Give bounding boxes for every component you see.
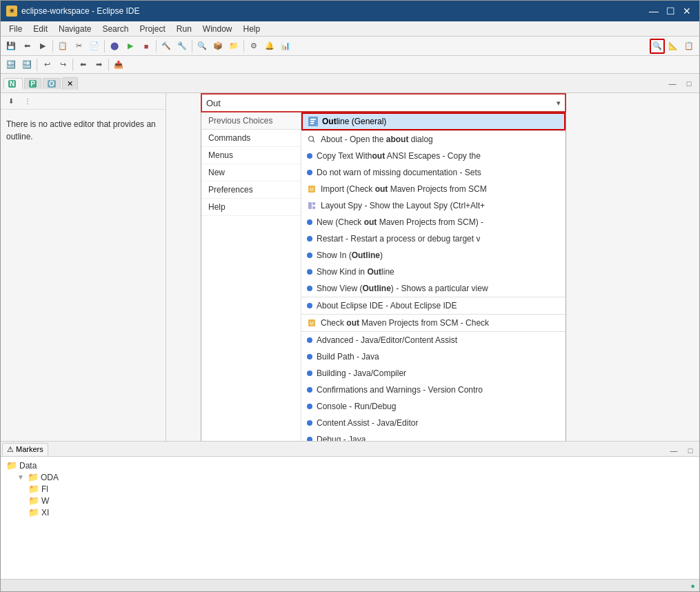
result-layout-spy[interactable]: Layout Spy - Show the Layout Spy (Ctrl+A… [301, 197, 566, 214]
menu-help[interactable]: Help [238, 23, 266, 35]
panel-minimize-btn[interactable]: — [665, 76, 680, 91]
category-preferences[interactable]: Preferences [201, 181, 301, 199]
toolbar-btn-perspective2[interactable]: 📋 [681, 39, 697, 54]
panel-icon-1[interactable]: ⬇ [3, 94, 19, 109]
toolbar-btn-6[interactable]: 📄 [87, 39, 102, 54]
toolbar-btn-ext1[interactable]: 🔍 [194, 39, 210, 54]
toolbar-btn-2[interactable]: ⬅ [19, 39, 34, 54]
blue-dot-icon-3 [307, 219, 312, 225]
toolbar-btn-run[interactable]: ▶ [123, 39, 138, 54]
toolbar2-btn-7[interactable]: 📤 [111, 57, 126, 72]
tab-icon-o: O [48, 80, 56, 88]
result-building[interactable]: Building - Java/Compiler [301, 365, 566, 382]
svg-line-4 [313, 141, 315, 143]
result-new-maven[interactable]: New (Check out Maven Projects from SCM) … [301, 214, 566, 230]
result-restart[interactable]: Restart - Restart a process or debug tar… [301, 230, 566, 247]
toolbar2-btn-3[interactable]: ↩ [39, 57, 54, 72]
blue-dot-icon-13 [307, 404, 312, 409]
previous-choice-selected-item[interactable]: Outline (General) [301, 112, 566, 130]
quick-access-dropdown-arrow-icon[interactable]: ▾ [552, 99, 565, 108]
category-help[interactable]: Help [201, 199, 301, 216]
svg-rect-2 [310, 123, 314, 124]
category-commands[interactable]: Commands [201, 130, 301, 147]
toolbar-btn-ext4[interactable]: ⚙ [246, 39, 261, 54]
result-show-view-text: Show View (Outline) - Shows a particular… [317, 284, 488, 293]
toolbar-btn-build[interactable]: 🔨 [159, 39, 174, 54]
result-show-view[interactable]: Show View (Outline) - Shows a particular… [301, 280, 566, 297]
toolbar-btn-debug[interactable]: ⬤ [107, 39, 122, 54]
panel-maximize-btn[interactable]: □ [681, 76, 697, 91]
toolbar2-btn-6[interactable]: ➡ [91, 57, 106, 72]
result-missing-doc[interactable]: Do not warn of missing documentation - S… [301, 164, 566, 181]
blue-dot-icon-5 [307, 253, 312, 258]
menu-edit[interactable]: Edit [28, 23, 53, 35]
result-about-eclipse[interactable]: About Eclipse IDE - About Eclipse IDE [301, 297, 566, 314]
quick-access-search-button[interactable]: 🔍 [650, 39, 665, 54]
result-show-kind[interactable]: Show Kind in Outline [301, 264, 566, 280]
blue-dot-icon-8 [307, 303, 312, 308]
quick-access-input[interactable] [202, 95, 552, 111]
editor-area: ▾ Previous Choices Commands Menus New Pr… [166, 93, 699, 441]
toolbar-btn-stop[interactable]: ■ [139, 39, 154, 54]
result-copy-text[interactable]: Copy Text Without ANSI Escapes - Copy th… [301, 148, 566, 164]
tab-close-btn[interactable]: ✕ [62, 77, 78, 90]
toolbar-btn-ext6[interactable]: 📊 [278, 39, 293, 54]
result-debug[interactable]: Debug - Java [301, 431, 566, 441]
toolbar-btn-3[interactable]: ▶ [35, 39, 50, 54]
result-import-maven[interactable]: M Import (Check out Maven Projects from … [301, 181, 566, 197]
toolbar2-btn-5[interactable]: ⬅ [75, 57, 90, 72]
previous-choices-text: Previous Choices [208, 116, 272, 126]
maximize-button[interactable]: ☐ [663, 4, 677, 18]
toolbar2-btn-2[interactable]: 🔜 [19, 57, 34, 72]
toolbar-btn-clean[interactable]: 🔧 [174, 39, 190, 54]
toolbar-btn-5[interactable]: ✂ [71, 39, 86, 54]
bottom-panel-maximize[interactable]: □ [683, 443, 698, 458]
close-button[interactable]: ✕ [680, 4, 694, 18]
tab-outline[interactable]: O [43, 78, 61, 89]
menu-window[interactable]: Window [197, 23, 238, 35]
toolbar-btn-ext2[interactable]: 📦 [210, 39, 226, 54]
blue-dot-icon-1 [307, 153, 312, 159]
toolbar-btn-perspective1[interactable]: 📐 [666, 39, 681, 54]
tree-label-oda: ODA [41, 473, 59, 482]
result-import-text: Import (Check out Maven Projects from SC… [321, 184, 487, 194]
result-advanced[interactable]: Advanced - Java/Editor/Content Assist [301, 332, 566, 348]
menu-search[interactable]: Search [97, 23, 134, 35]
quick-access-overlay: ▾ Previous Choices Commands Menus New Pr… [201, 93, 566, 441]
toolbar2-btn-1[interactable]: 🔙 [3, 57, 19, 72]
result-show-in[interactable]: Show In (Outline) [301, 247, 566, 264]
tree-label-w: W [41, 496, 49, 506]
folder-icon-xi: 📁 [28, 507, 39, 517]
result-build-path-text: Build Path - Java [317, 352, 379, 362]
category-new[interactable]: New [201, 164, 301, 181]
toolbar-btn-ext5[interactable]: 🔔 [262, 39, 277, 54]
menu-run[interactable]: Run [171, 23, 197, 35]
tree-label-xi: XI [41, 508, 49, 517]
category-menus[interactable]: Menus [201, 147, 301, 164]
result-content-assist[interactable]: Content Assist - Java/Editor [301, 415, 566, 431]
previous-choices-label: Previous Choices [201, 112, 301, 130]
toolbar-btn-1[interactable]: 💾 [3, 39, 19, 54]
result-about[interactable]: About - Open the about dialog [301, 131, 566, 148]
panel-icon-2[interactable]: ⋮ [20, 94, 35, 109]
menu-project[interactable]: Project [134, 23, 170, 35]
tab-markers[interactable]: ⚠ Markers [2, 443, 48, 455]
minimize-button[interactable]: — [647, 4, 661, 18]
toolbar-btn-ext3[interactable]: 📁 [226, 39, 241, 54]
svg-text:M: M [310, 187, 314, 192]
tab-project-explorer[interactable]: P [24, 78, 41, 89]
bottom-panel-minimize[interactable]: — [666, 443, 681, 458]
menu-file[interactable]: File [3, 23, 28, 35]
outline-no-editor-text: There is no active editor that provides … [6, 119, 156, 141]
result-checkout-maven[interactable]: M Check out Maven Projects from SCM - Ch… [301, 315, 566, 331]
menu-navigate[interactable]: Navigate [53, 23, 97, 35]
status-bar: ● [1, 579, 699, 591]
tab-package-explorer[interactable]: N [3, 78, 23, 89]
outline-small-icon [308, 117, 318, 126]
result-console[interactable]: Console - Run/Debug [301, 398, 566, 415]
toolbar-btn-4[interactable]: 📋 [55, 39, 70, 54]
result-build-path[interactable]: Build Path - Java [301, 348, 566, 365]
result-show-kind-text: Show Kind in Outline [317, 267, 394, 277]
toolbar2-btn-4[interactable]: ↪ [55, 57, 70, 72]
result-confirmations[interactable]: Confirmations and Warnings - Version Con… [301, 382, 566, 398]
